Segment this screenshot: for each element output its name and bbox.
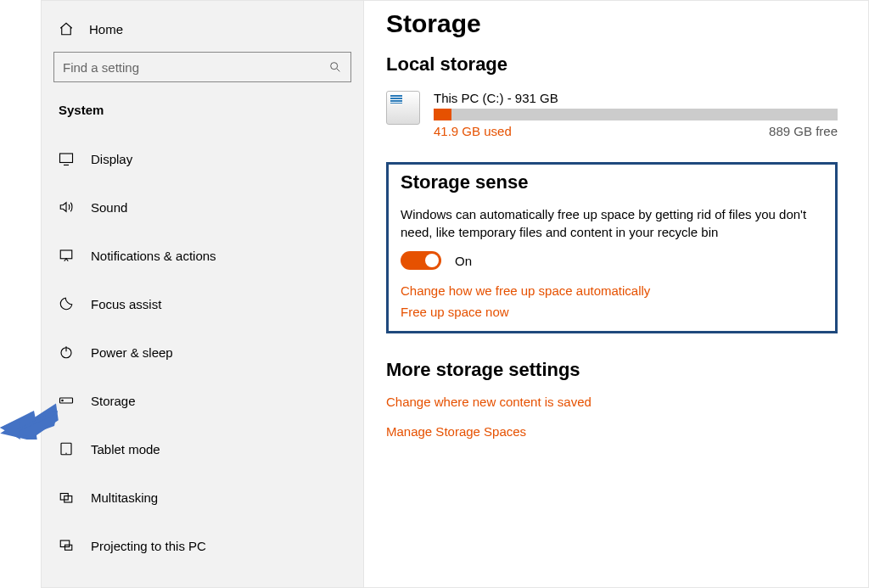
storage-sense-description: Windows can automatically free up space … — [401, 205, 823, 241]
used-label: 41.9 GB used — [434, 124, 512, 138]
sidebar-item-notifications[interactable]: Notifications & actions — [52, 236, 353, 275]
search-field[interactable] — [63, 60, 328, 75]
sidebar-item-power-sleep[interactable]: Power & sleep — [52, 333, 353, 372]
toggle-label: On — [455, 254, 472, 268]
svg-rect-10 — [65, 545, 72, 550]
sidebar-item-label: Notifications & actions — [91, 249, 216, 263]
sidebar-item-label: Power & sleep — [91, 345, 173, 360]
drive-row[interactable]: This PC (C:) - 931 GB 41.9 GB used 889 G… — [386, 91, 838, 138]
notifications-icon — [59, 248, 74, 263]
free-label: 889 GB free — [769, 124, 838, 138]
sidebar-item-label: Display — [91, 152, 132, 166]
sidebar-item-label: Tablet mode — [91, 442, 160, 456]
usage-bar-fill — [434, 109, 451, 120]
sidebar-item-storage[interactable]: Storage — [52, 381, 353, 420]
section-title: System — [52, 98, 353, 139]
sidebar-item-label: Sound — [91, 200, 127, 215]
local-storage-heading: Local storage — [386, 53, 838, 76]
storage-sense-heading: Storage sense — [401, 171, 823, 193]
link-manage-storage-spaces[interactable]: Manage Storage Spaces — [386, 424, 838, 439]
sidebar-item-multitasking[interactable]: Multitasking — [52, 478, 353, 517]
sidebar-item-display[interactable]: Display — [52, 139, 353, 178]
storage-sense-box: Storage sense Windows can automatically … — [386, 162, 838, 333]
svg-rect-1 — [60, 154, 73, 163]
usage-labels: 41.9 GB used 889 GB free — [434, 124, 838, 138]
display-icon — [59, 151, 74, 166]
svg-point-5 — [62, 400, 64, 401]
multitasking-icon — [59, 490, 74, 505]
drive-info: This PC (C:) - 931 GB 41.9 GB used 889 G… — [434, 91, 838, 138]
main-content: Storage Local storage This PC (C:) - 931… — [364, 1, 868, 587]
home-button[interactable]: Home — [52, 16, 353, 48]
storage-sense-toggle-row: On — [401, 251, 823, 270]
projecting-icon — [59, 538, 74, 553]
link-change-free-up[interactable]: Change how we free up space automaticall… — [401, 283, 823, 298]
sidebar: Home System Display Sound — [42, 1, 364, 587]
sidebar-item-sound[interactable]: Sound — [52, 188, 353, 227]
sidebar-item-label: Projecting to this PC — [91, 539, 206, 553]
drive-name: This PC (C:) - 931 GB — [434, 91, 838, 105]
power-icon — [59, 344, 74, 360]
home-icon — [59, 21, 74, 36]
settings-window: Home System Display Sound — [41, 0, 869, 588]
sidebar-item-projecting[interactable]: Projecting to this PC — [52, 526, 353, 565]
sound-icon — [59, 199, 74, 215]
focus-assist-icon — [59, 296, 74, 311]
more-storage-heading: More storage settings — [386, 359, 838, 381]
svg-rect-2 — [60, 250, 72, 259]
sidebar-item-label: Multitasking — [91, 490, 158, 505]
usage-bar — [434, 109, 838, 120]
search-input[interactable] — [53, 52, 351, 82]
drive-icon — [386, 91, 420, 125]
storage-sense-toggle[interactable] — [401, 251, 441, 270]
page-title: Storage — [386, 9, 838, 38]
sidebar-item-focus-assist[interactable]: Focus assist — [52, 284, 353, 323]
tablet-icon — [59, 441, 74, 456]
svg-point-0 — [331, 63, 338, 70]
svg-marker-15 — [0, 407, 41, 433]
sidebar-item-tablet-mode[interactable]: Tablet mode — [52, 429, 353, 468]
link-change-save-location[interactable]: Change where new content is saved — [386, 395, 838, 409]
sidebar-item-label: Focus assist — [91, 297, 161, 311]
sidebar-item-label: Storage — [91, 394, 136, 408]
storage-icon — [59, 393, 74, 408]
link-free-up-now[interactable]: Free up space now — [401, 305, 823, 319]
search-icon — [328, 60, 342, 74]
svg-marker-16 — [2, 406, 39, 433]
home-label: Home — [89, 22, 123, 36]
